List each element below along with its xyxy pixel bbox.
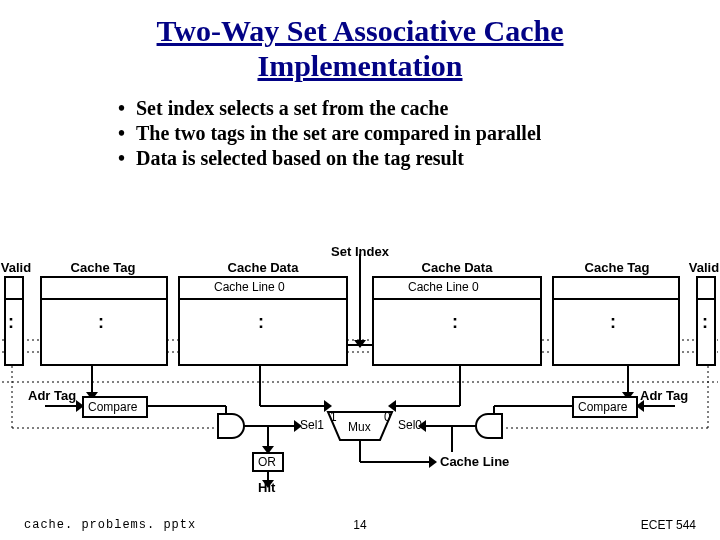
bullet-text: Data is selected based on the tag result	[136, 147, 464, 170]
cache-line-out-label: Cache Line	[440, 454, 509, 469]
vdots-icon: :	[258, 312, 264, 333]
bullet-item: • The two tags in the set are compared i…	[118, 122, 678, 145]
cache-data-right-header: Cache Data	[372, 260, 542, 275]
slide-title: Two-Way Set Associative Cache Implementa…	[0, 0, 720, 83]
bullet-dot-icon: •	[118, 147, 136, 170]
vdots-icon: :	[610, 312, 616, 333]
cache-tag-right-header: Cache Tag	[562, 260, 672, 275]
footer-page: 14	[0, 518, 720, 532]
compare-left-label: Compare	[88, 400, 137, 414]
tag-right-row0	[552, 276, 680, 300]
tag-left-row0	[40, 276, 168, 300]
svg-marker-40	[429, 456, 437, 468]
bullet-dot-icon: •	[118, 97, 136, 120]
vdots-icon: :	[98, 312, 104, 333]
vdots-icon: :	[452, 312, 458, 333]
adr-tag-right-label: Adr Tag	[640, 388, 688, 403]
mux-label: Mux	[348, 420, 371, 434]
vdots-icon: :	[8, 312, 14, 333]
cache-data-left-header: Cache Data	[178, 260, 348, 275]
set-index-label: Set Index	[322, 244, 398, 259]
sel1-label: Sel1	[300, 418, 324, 432]
bullet-dot-icon: •	[118, 122, 136, 145]
or-label: OR	[258, 455, 276, 469]
valid-left-row0	[4, 276, 24, 300]
title-line1: Two-Way Set Associative Cache	[157, 14, 564, 47]
bullet-item: • Set index selects a set from the cache	[118, 97, 678, 120]
adr-tag-left-label: Adr Tag	[28, 388, 76, 403]
bullet-list: • Set index selects a set from the cache…	[118, 97, 678, 170]
cache-tag-left-header: Cache Tag	[48, 260, 158, 275]
mux-one-label: 1	[330, 410, 337, 424]
cache-line0-left: Cache Line 0	[214, 280, 285, 294]
bullet-item: • Data is selected based on the tag resu…	[118, 147, 678, 170]
valid-right-header: Valid	[684, 260, 720, 275]
cache-line0-right: Cache Line 0	[408, 280, 479, 294]
valid-right-row0	[696, 276, 716, 300]
hit-label: Hit	[258, 480, 275, 495]
mux-zero-label: 0	[384, 410, 391, 424]
vdots-icon: :	[702, 312, 708, 333]
bullet-text: The two tags in the set are compared in …	[136, 122, 541, 145]
footer-course: ECET 544	[641, 518, 696, 532]
title-line2: Implementation	[258, 49, 463, 82]
sel0-label: Sel0	[398, 418, 422, 432]
valid-left-header: Valid	[0, 260, 36, 275]
bullet-text: Set index selects a set from the cache	[136, 97, 448, 120]
compare-right-label: Compare	[578, 400, 627, 414]
cache-diagram: Set Index Valid Cache Tag Cache Data Cac…	[0, 248, 720, 500]
